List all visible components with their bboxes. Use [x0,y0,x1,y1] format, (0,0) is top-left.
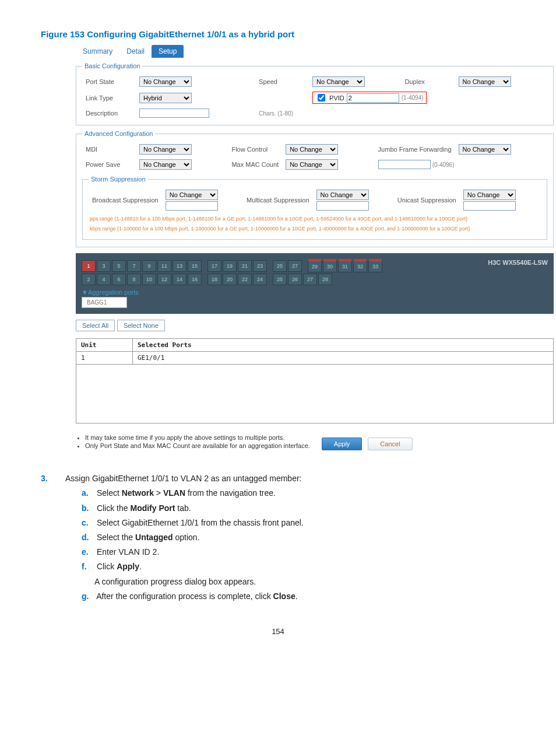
port-25[interactable]: 25 [273,274,287,285]
sub-e: e. [82,545,94,559]
port-23[interactable]: 23 [253,260,267,272]
label-description: Description [82,106,136,120]
port-18[interactable]: 18 [207,274,221,285]
label-jumbo: Jumbo Frame Forwarding [375,142,455,157]
figure-title: Figure 153 Configuring GigabitEthernet 1… [41,29,515,39]
pvid-input[interactable] [347,93,399,103]
link-type-select[interactable]: Hybrid [139,93,192,103]
port-1[interactable]: 1 [82,260,96,272]
basic-config-fieldset: Basic Configuration Port State No Change… [76,62,554,125]
selected-ports-cell: GE1/0/1 [133,352,554,365]
apply-button[interactable]: Apply [322,438,363,450]
step-3-text: Assign GigabitEthernet 1/0/1 to VLAN 2 a… [65,471,301,486]
port-7[interactable]: 7 [127,260,141,272]
sub-f-note: A configuration progress dialog box appe… [94,575,515,589]
agg-port-item[interactable]: BAGG1 [82,297,127,308]
multicast-input[interactable] [316,201,369,211]
instructions: 3. Assign GigabitEthernet 1/0/1 to VLAN … [41,471,515,604]
port-13[interactable]: 13 [173,260,186,272]
broadcast-select[interactable]: No Change [166,190,218,200]
agg-ports-title: ▼Aggregation ports [82,289,548,296]
sub-d: d. [82,530,94,545]
port-24[interactable]: 24 [253,274,267,285]
port-27[interactable]: 27 [303,274,317,285]
port-9[interactable]: 9 [142,260,156,272]
sub-g-text: After the configuration process is compl… [96,592,297,601]
label-speed: Speed [255,74,309,89]
port-22[interactable]: 22 [238,274,252,285]
maxmac-input[interactable] [378,160,431,169]
sub-a-text: Select Network > VLAN from the navigatio… [97,488,276,498]
port-20[interactable]: 20 [223,274,237,285]
label-broadcast: Broadcast Suppression [89,187,162,213]
label-port-state: Port State [82,74,136,89]
port-3[interactable]: 3 [97,260,111,272]
cancel-button[interactable]: Cancel [368,438,412,450]
port-29[interactable]: 29 [308,259,322,272]
table-spacer [76,365,554,424]
maxmac-range: (0-4096) [432,162,455,168]
select-none-button[interactable]: Select None [117,320,165,331]
unicast-select[interactable]: No Change [463,190,516,200]
label-link-type: Link Type [82,89,136,106]
port-state-select[interactable]: No Change [139,76,192,87]
port-2[interactable]: 2 [82,274,96,285]
device-model: H3C WX5540E-LSW [488,259,548,266]
label-multicast: Multicast Suppression [243,187,313,213]
port-8[interactable]: 8 [127,274,141,285]
sub-b: b. [82,501,94,516]
port-21[interactable]: 21 [238,260,252,272]
port-5[interactable]: 5 [112,260,126,272]
port-11[interactable]: 11 [157,260,171,272]
label-maxmac: Max MAC Count [228,157,282,172]
note-2: Only Port State and Max MAC Count are av… [85,442,310,449]
port-15[interactable]: 15 [188,260,202,272]
sub-a: a. [82,486,94,501]
port-31[interactable]: 31 [338,259,352,272]
port-14[interactable]: 14 [173,274,186,285]
mdi-select[interactable]: No Change [139,144,192,155]
unicast-input[interactable] [463,201,516,211]
advanced-config-fieldset: Advanced Configuration MDI No Change Flo… [76,130,554,247]
port-30[interactable]: 30 [323,259,337,272]
port-32[interactable]: 32 [353,259,367,272]
port-6[interactable]: 6 [112,274,126,285]
flow-select[interactable]: No Change [286,144,338,155]
port-27[interactable]: 27 [288,260,302,272]
port-33[interactable]: 33 [368,259,382,272]
select-all-button[interactable]: Select All [76,320,115,331]
page-number: 154 [41,627,515,636]
multicast-select[interactable]: No Change [316,190,369,200]
basic-legend: Basic Configuration [82,62,142,69]
jumbo-select[interactable]: No Change [459,144,511,155]
tab-summary[interactable]: Summary [76,45,119,58]
sub-e-text: Enter VLAN ID 2. [97,547,159,556]
port-28[interactable]: 28 [318,274,332,285]
port-17[interactable]: 17 [207,260,221,272]
port-19[interactable]: 19 [223,260,237,272]
port-4[interactable]: 4 [97,274,111,285]
pvid-highlight: PVID (1-4094) [312,92,427,104]
speed-select[interactable]: No Change [312,76,365,87]
label-duplex: Duplex [402,74,455,89]
maxmac-select[interactable]: No Change [286,159,338,170]
duplex-select[interactable]: No Change [459,76,511,87]
sub-c: c. [82,516,94,530]
unit-cell: 1 [76,352,133,365]
port-12[interactable]: 12 [157,274,171,285]
storm-fieldset: Storm Suppression Broadcast Suppression … [82,176,547,240]
pps-hint: pps range (1-148810 for a 100 Mbps port,… [90,215,540,223]
port-10[interactable]: 10 [142,274,156,285]
broadcast-input[interactable] [166,201,218,211]
tab-detail[interactable]: Detail [119,45,152,58]
advanced-legend: Advanced Configuration [82,130,155,137]
port-26[interactable]: 26 [288,274,302,285]
power-select[interactable]: No Change [139,159,192,170]
port-16[interactable]: 16 [188,274,202,285]
tab-setup[interactable]: Setup [152,45,184,58]
pvid-checkbox[interactable] [318,94,325,102]
sub-b-text: Click the Modify Port tab. [97,503,191,513]
label-pvid: PVID [329,94,344,102]
description-input[interactable] [139,108,209,118]
port-25[interactable]: 25 [273,260,287,272]
